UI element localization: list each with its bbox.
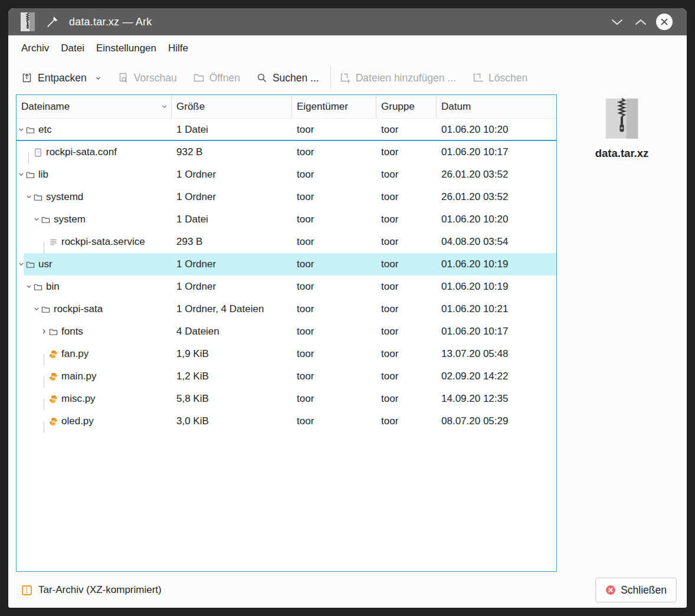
minimize-button[interactable]	[607, 12, 627, 32]
archive-filename: data.tar.xz	[595, 147, 649, 160]
file-name-label: systemd	[46, 191, 83, 203]
table-row[interactable]: fan.py1,9 KiBtoortoor13.07.20 05:48	[17, 343, 556, 365]
group-cell: toor	[376, 141, 437, 163]
chevron-up-icon	[634, 18, 648, 26]
size-cell: 1 Ordner	[172, 276, 292, 298]
menu-archiv[interactable]: Archiv	[15, 40, 55, 57]
delete-icon	[472, 72, 484, 84]
menu-datei[interactable]: Datei	[55, 40, 90, 57]
table-body: etc1 Dateitoortoor01.06.20 10:20?rockpi-…	[17, 119, 556, 432]
table-row[interactable]: lib1 Ordnertoortoor26.01.20 03:52	[17, 163, 556, 186]
table-row[interactable]: rockpi-sata.service293 Btoortoor04.08.20…	[17, 231, 556, 253]
column-header-datum[interactable]: Datum	[437, 95, 556, 118]
archive-type-label: Tar-Archiv (XZ-komprimiert)	[38, 584, 162, 596]
chevron-down-icon[interactable]	[33, 306, 40, 312]
size-cell: 1,2 KiB	[172, 365, 292, 388]
size-cell: 3,0 KiB	[172, 410, 292, 432]
column-header-gruppe[interactable]: Gruppe	[376, 95, 437, 118]
file-name-label: main.py	[61, 371, 97, 382]
table-row[interactable]: bin1 Ordnertoortoor01.06.20 10:19	[17, 276, 556, 298]
owner-cell: toor	[292, 365, 376, 388]
menu-einstellungen[interactable]: Einstellungen	[90, 40, 162, 57]
pin-icon[interactable]	[46, 15, 59, 28]
delete-button[interactable]: Löschen	[472, 72, 527, 84]
python-icon	[49, 372, 58, 381]
chevron-down-icon[interactable]	[18, 172, 24, 178]
date-cell: 02.09.20 14:22	[437, 365, 556, 388]
date-cell: 01.06.20 10:19	[437, 253, 556, 276]
date-cell: 14.09.20 12:35	[437, 388, 556, 410]
file-name-label: rockpi-sata.conf	[46, 146, 117, 158]
date-cell: 01.06.20 10:21	[437, 298, 556, 320]
table-row[interactable]: misc.py5,8 KiBtoortoor14.09.20 12:35	[17, 388, 556, 410]
statusbar: Tar-Archiv (XZ-komprimiert) Schließen	[8, 572, 687, 608]
toolbar: Entpacken Vorschau Öffnen	[8, 61, 687, 94]
file-name-label: system	[54, 214, 86, 225]
maximize-button[interactable]	[631, 12, 651, 32]
owner-cell: toor	[292, 410, 376, 432]
file-name-label: usr	[38, 258, 53, 270]
svg-text:?: ?	[37, 150, 39, 155]
owner-cell: toor	[292, 186, 376, 208]
folder-icon	[34, 193, 42, 202]
menu-hilfe[interactable]: Hilfe	[162, 40, 194, 57]
table-row[interactable]: usr1 Ordnertoortoor01.06.20 10:19	[17, 253, 556, 276]
search-button[interactable]: Suchen ...	[256, 72, 319, 84]
menubar: Archiv Datei Einstellungen Hilfe	[8, 35, 687, 61]
owner-cell: toor	[292, 141, 376, 163]
owner-cell: toor	[292, 276, 376, 298]
column-header-dateiname[interactable]: Dateiname	[17, 95, 172, 118]
extract-button[interactable]: Entpacken	[21, 72, 101, 84]
chevron-down-icon[interactable]	[18, 127, 24, 133]
table-row[interactable]: systemd1 Ordnertoortoor26.01.20 03:52	[17, 186, 556, 208]
group-cell: toor	[376, 365, 437, 388]
column-header-eigentuemer[interactable]: Eigentümer	[292, 95, 376, 118]
owner-cell: toor	[292, 253, 376, 276]
folder-icon	[26, 260, 35, 269]
owner-cell: toor	[292, 231, 376, 253]
name-cell: misc.py	[17, 388, 172, 410]
file-name-label: oled.py	[61, 415, 94, 427]
python-icon	[49, 350, 58, 359]
name-cell: main.py	[17, 365, 172, 388]
ark-app-icon	[19, 12, 36, 31]
group-cell: toor	[376, 163, 437, 186]
open-button[interactable]: Öffnen	[193, 72, 240, 84]
open-folder-icon	[193, 72, 205, 84]
table-row[interactable]: system1 Dateitoortoor01.06.20 10:20	[17, 208, 556, 231]
name-cell: ?rockpi-sata.conf	[17, 141, 172, 163]
window-title: data.tar.xz — Ark	[69, 16, 152, 28]
date-cell: 26.01.20 03:52	[437, 163, 556, 186]
chevron-right-icon[interactable]	[41, 329, 47, 335]
name-cell: system	[17, 208, 172, 231]
column-header-groesse[interactable]: Größe	[172, 95, 292, 118]
file-unknown-icon: ?	[34, 148, 42, 157]
group-cell: toor	[376, 320, 437, 343]
date-cell: 01.06.20 10:19	[437, 276, 556, 298]
chevron-down-icon[interactable]	[25, 284, 32, 290]
table-row[interactable]: ?rockpi-sata.conf932 Btoortoor01.06.20 1…	[17, 141, 556, 163]
group-cell: toor	[376, 231, 437, 253]
chevron-down-icon[interactable]	[18, 261, 24, 267]
close-button[interactable]	[654, 12, 674, 32]
add-files-button[interactable]: Dateien hinzufügen ...	[339, 72, 456, 84]
preview-button[interactable]: Vorschau	[117, 72, 177, 84]
date-cell: 26.01.20 03:52	[437, 186, 556, 208]
table-row[interactable]: fonts4 Dateientoortoor01.06.20 10:17	[17, 320, 556, 343]
owner-cell: toor	[292, 119, 376, 141]
add-files-icon	[339, 72, 351, 84]
file-name-label: rockpi-sata	[54, 303, 103, 315]
group-cell: toor	[376, 410, 437, 432]
group-cell: toor	[376, 119, 437, 141]
date-cell: 08.07.20 05:29	[437, 410, 556, 432]
group-cell: toor	[376, 298, 437, 320]
table-row[interactable]: rockpi-sata1 Ordner, 4 Dateientoortoor01…	[17, 298, 556, 320]
table-row[interactable]: etc1 Dateitoortoor01.06.20 10:20	[17, 119, 556, 141]
date-cell: 01.06.20 10:17	[437, 320, 556, 343]
table-row[interactable]: main.py1,2 KiBtoortoor02.09.20 14:22	[17, 365, 556, 388]
chevron-down-icon[interactable]	[25, 194, 32, 200]
close-archive-button[interactable]: Schließen	[595, 578, 677, 602]
file-text-icon	[49, 238, 58, 247]
table-row[interactable]: oled.py3,0 KiBtoortoor08.07.20 05:29	[17, 410, 556, 432]
chevron-down-icon[interactable]	[33, 217, 40, 222]
